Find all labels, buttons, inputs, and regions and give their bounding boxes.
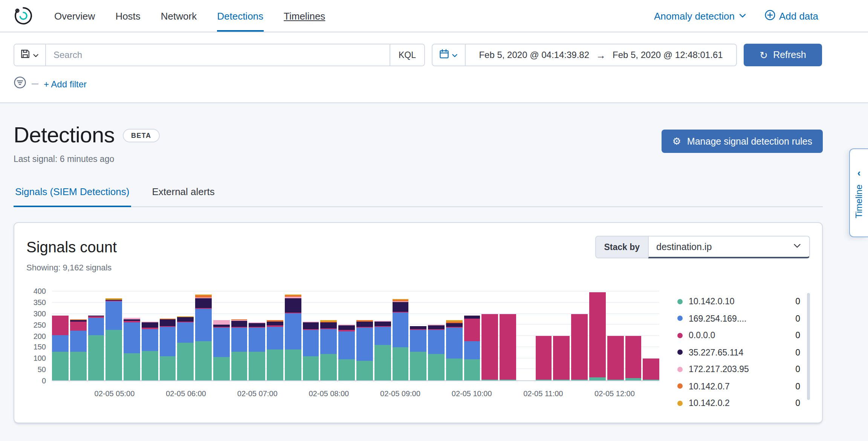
x-axis-tick: 02-05 08:00 [309,389,349,398]
manage-rules-button[interactable]: ⚙ Manage signal detection rules [662,130,823,153]
chart-bar[interactable] [392,291,409,380]
chart-bar[interactable] [356,291,373,380]
chart-bar[interactable] [88,291,104,380]
legend-item[interactable]: 0.0.0.00 [677,327,800,344]
legend-label: 172.217.203.95 [689,365,782,374]
chart-bar[interactable] [303,291,319,380]
bar-segment [464,316,480,319]
chart-bar[interactable] [124,291,140,380]
chart-bar[interactable] [553,291,570,380]
kql-toggle[interactable]: KQL [390,44,424,66]
anomaly-detection-menu[interactable]: Anomaly detection [654,10,747,21]
chart-bar[interactable] [159,291,176,380]
nav-item-overview[interactable]: Overview [54,0,95,32]
date-start[interactable]: Feb 5, 2020 @ 04:14:39.82 [479,50,589,60]
stack-by-value: destination.ip [656,241,712,252]
legend-value: 0 [788,331,800,340]
chart-bar[interactable] [571,291,588,380]
bar-segment [625,378,642,380]
bar-segment [177,343,194,380]
legend-item[interactable]: 10.142.0.70 [677,378,800,395]
chart-bar[interactable] [213,291,230,380]
stack-by-select[interactable]: destination.ip [648,236,810,258]
search-input[interactable] [46,44,390,66]
add-data-link[interactable]: Add data [765,9,818,22]
chart-bar[interactable] [428,291,445,380]
nav-item-timelines[interactable]: Timelines [284,0,325,32]
legend-scrollbar[interactable] [807,293,810,400]
bar-segment [356,328,373,361]
bar-segment [159,356,176,380]
query-bar: KQL Feb 5, 2020 @ 04:14:39.82 → Feb 5, 2… [0,32,868,103]
chart-bar[interactable] [643,291,660,380]
chart-bar[interactable] [321,291,337,380]
bar-segment [553,336,570,380]
primary-nav: Overview Hosts Network Detections Timeli… [54,0,345,32]
chart-bar[interactable] [625,291,642,380]
chart-bar[interactable] [285,291,301,380]
tab-external-alerts[interactable]: External alerts [150,186,216,207]
chart-bar[interactable] [607,291,623,380]
chart-legend: 10.142.0.100169.254.169....00.0.0.0035.2… [677,291,810,412]
chart-bar[interactable] [195,291,212,380]
nav-item-network[interactable]: Network [161,0,197,32]
refresh-button[interactable]: ↻ Refresh [744,44,822,66]
date-end[interactable]: Feb 5, 2020 @ 12:48:01.61 [613,50,723,60]
legend-item[interactable]: 169.254.169....0 [677,310,800,327]
chart-bar[interactable] [267,291,283,380]
calendar-icon [439,49,449,61]
app-logo[interactable] [14,6,33,26]
add-filter-link[interactable]: + Add filter [44,79,87,89]
plot-area [52,291,659,381]
tab-signals[interactable]: Signals (SIEM Detections) [14,186,131,207]
x-axis-tick: 02-05 11:00 [523,389,563,398]
chart-bar[interactable] [106,291,122,380]
chart-bar[interactable] [518,291,534,380]
chart-bar[interactable] [339,291,355,380]
bar-segment [249,328,266,352]
stack-by-control: Stack by destination.ip [595,236,810,258]
bar-segment [106,330,122,381]
x-axis-tick: 02-05 10:00 [452,389,492,398]
legend-item[interactable]: 10.142.0.100 [677,293,800,310]
chart-bar[interactable] [464,291,480,380]
bar-segment [321,329,337,354]
legend-item[interactable]: 10.142.0.20 [677,395,800,412]
chart-bar[interactable] [231,291,248,380]
bar-segment [249,352,266,381]
calendar-button[interactable] [432,44,466,66]
y-axis-tick: 250 [34,321,46,329]
chart-bar[interactable] [446,291,463,380]
bar-segment [535,380,552,380]
chart-bar[interactable] [500,291,516,380]
bar-segment [482,314,498,380]
chart-bar[interactable] [589,291,606,380]
x-axis-tick: 02-05 06:00 [166,389,206,398]
bar-segment [303,330,319,357]
nav-item-hosts[interactable]: Hosts [115,0,140,32]
chart-bar[interactable] [374,291,391,380]
legend-item[interactable]: 172.217.203.950 [677,361,800,378]
timeline-toggle[interactable]: ‹ Timeline [849,148,868,237]
chart-bar[interactable] [249,291,266,380]
chart-bar[interactable] [535,291,552,380]
chart-bar[interactable] [482,291,498,380]
bar-segment [607,380,623,380]
chart-bar[interactable] [70,291,87,380]
y-axis-tick: 300 [34,310,46,318]
bar-segment [213,357,230,380]
chart-bar[interactable] [142,291,158,380]
bar-segment [142,351,158,380]
bar-segment [625,336,642,378]
bar-segment [177,317,194,322]
filter-icon[interactable] [14,76,26,92]
chart-bar[interactable] [52,291,69,380]
search-group: KQL [14,44,425,66]
chevron-left-icon: ‹ [857,168,861,177]
nav-item-detections[interactable]: Detections [217,0,263,32]
chart-bar[interactable] [177,291,194,380]
date-range-arrow-icon: → [596,49,606,61]
saved-query-button[interactable] [14,44,46,66]
chart-bar[interactable] [410,291,427,380]
legend-item[interactable]: 35.227.65.1140 [677,344,800,361]
